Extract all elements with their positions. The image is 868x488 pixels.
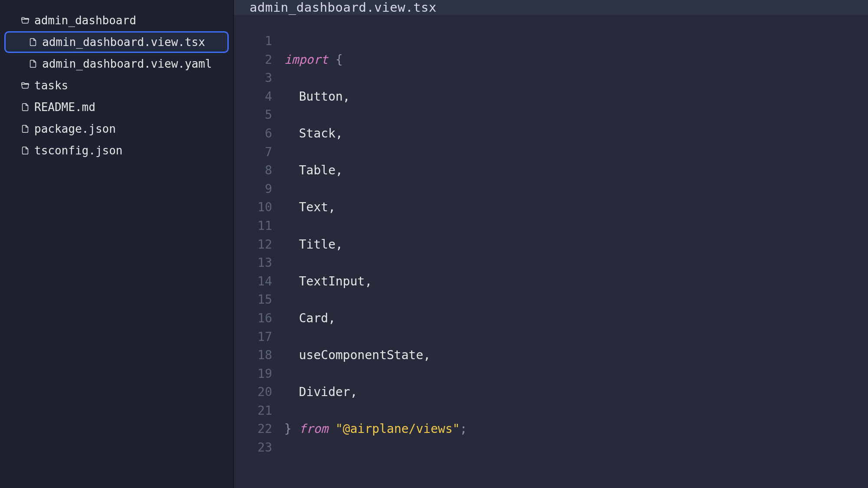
code-line: Card, [284,309,868,328]
code-line: } from "@airplane/views"; [284,420,868,439]
code-line: Button, [284,88,868,106]
tree-item-folder-admin-dashboard[interactable]: admin_dashboard [4,10,229,31]
code-line: Text, [284,198,868,217]
tree-item-label: admin_dashboard.view.tsx [42,36,205,49]
line-number: 6 [234,124,272,143]
tree-item-label: README.md [34,101,95,114]
tree-item-label: package.json [34,122,116,135]
line-number: 12 [234,236,272,254]
line-number: 22 [234,420,272,439]
tree-item-label: tasks [34,79,68,92]
tree-item-file-admin-dashboard-view-yaml[interactable]: admin_dashboard.view.yaml [4,53,229,75]
line-number: 23 [234,439,272,457]
code-line: TextInput, [284,272,868,291]
line-number: 11 [234,217,272,236]
code-line: import { [284,51,868,69]
line-number: 19 [234,365,272,383]
file-explorer-sidebar: admin_dashboard admin_dashboard.view.tsx… [0,0,234,488]
tree-item-label: admin_dashboard [34,14,136,27]
line-number: 9 [234,180,272,199]
code-editor[interactable]: 1 2 3 4 5 6 7 8 9 10 11 12 13 14 15 16 1… [234,15,868,488]
code-line: Table, [284,161,868,180]
tree-item-label: tsconfig.json [34,144,123,157]
active-tab-title[interactable]: admin_dashboard.view.tsx [250,0,437,15]
line-number: 17 [234,328,272,347]
tree-item-file-admin-dashboard-view-tsx[interactable]: admin_dashboard.view.tsx [4,31,229,53]
editor-main: admin_dashboard.view.tsx 1 2 3 4 5 6 7 8… [234,0,868,488]
line-number: 7 [234,143,272,162]
file-icon [20,102,30,112]
tree-item-file-tsconfig-json[interactable]: tsconfig.json [4,140,229,161]
file-icon [28,37,38,47]
code-line: Stack, [284,124,868,143]
line-number: 15 [234,291,272,309]
line-number-gutter: 1 2 3 4 5 6 7 8 9 10 11 12 13 14 15 16 1… [234,32,284,488]
tree-item-file-package-json[interactable]: package.json [4,118,229,140]
line-number: 21 [234,402,272,420]
line-number: 5 [234,106,272,124]
app-root: admin_dashboard admin_dashboard.view.tsx… [0,0,868,488]
code-line [284,457,868,476]
file-icon [20,146,30,155]
editor-tabbar: admin_dashboard.view.tsx [234,0,868,15]
line-number: 10 [234,198,272,217]
code-line: useComponentState, [284,346,868,365]
tree-item-folder-tasks[interactable]: tasks [4,75,229,96]
line-number: 1 [234,32,272,51]
line-number: 13 [234,254,272,272]
line-number: 4 [234,88,272,106]
tree-item-file-readme[interactable]: README.md [4,96,229,118]
line-number: 16 [234,309,272,328]
line-number: 18 [234,346,272,365]
code-line: Divider, [284,383,868,402]
file-icon [28,59,38,69]
file-icon [20,124,30,134]
tree-item-label: admin_dashboard.view.yaml [42,57,212,70]
line-number: 20 [234,383,272,402]
code-line: Title, [284,236,868,254]
line-number: 8 [234,161,272,180]
folder-open-icon [20,16,30,25]
folder-open-icon [20,81,30,90]
line-number: 3 [234,69,272,88]
code-content[interactable]: import { Button, Stack, Table, Text, Tit… [284,32,868,488]
line-number: 14 [234,272,272,291]
line-number: 2 [234,51,272,69]
